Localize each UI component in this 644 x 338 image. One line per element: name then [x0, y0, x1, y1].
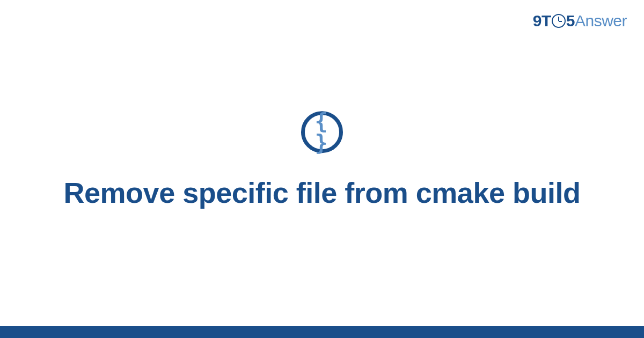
clock-icon — [552, 14, 566, 28]
logo-text-9t: 9T — [533, 12, 551, 30]
site-logo: 9T5Answer — [533, 12, 627, 30]
logo-text-answer: Answer — [575, 12, 627, 30]
braces-glyph: { } — [305, 111, 339, 153]
footer-bar — [0, 326, 644, 338]
logo-text-5: 5 — [566, 12, 575, 30]
code-braces-icon: { } — [301, 111, 343, 153]
main-content: { } Remove specific file from cmake buil… — [0, 111, 644, 211]
page-title: Remove specific file from cmake build — [32, 175, 612, 211]
